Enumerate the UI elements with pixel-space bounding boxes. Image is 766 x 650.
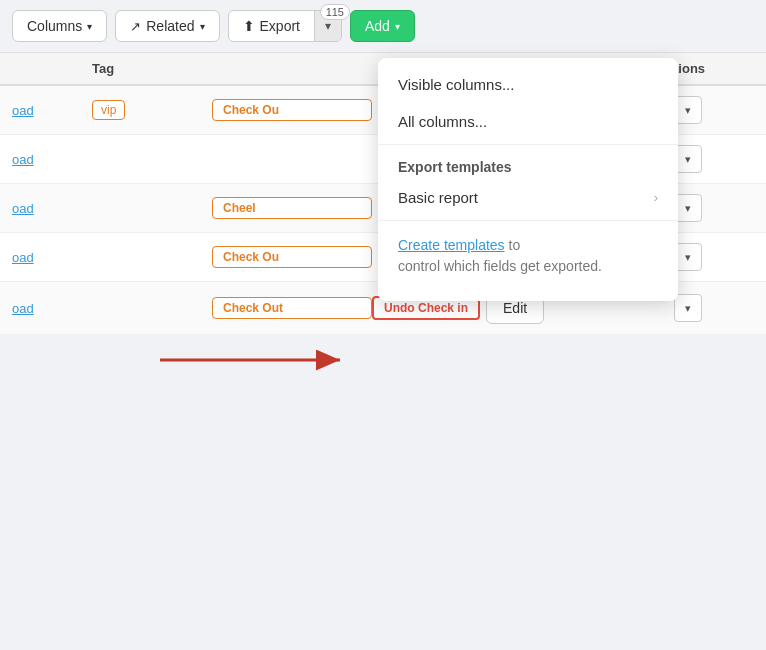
- export-label: Export: [260, 18, 300, 34]
- row4-link[interactable]: oad: [12, 250, 92, 265]
- basic-report-arrow-icon: ›: [654, 190, 658, 205]
- export-main-button[interactable]: ⬆ Export: [229, 11, 314, 41]
- visible-columns-item[interactable]: Visible columns...: [378, 66, 678, 103]
- col-header-1: [12, 61, 92, 76]
- row1-dropdown-arrow[interactable]: ▾: [674, 96, 702, 124]
- columns-label: Columns: [27, 18, 82, 34]
- row3-status[interactable]: Cheel: [212, 197, 372, 219]
- related-chevron-icon: ▾: [200, 21, 205, 32]
- row4-status[interactable]: Check Ou: [212, 246, 372, 268]
- row1-link[interactable]: oad: [12, 103, 92, 118]
- related-icon: ↗: [130, 19, 141, 34]
- row4-dropdown-arrow[interactable]: ▾: [674, 243, 702, 271]
- add-button[interactable]: Add ▾: [350, 10, 415, 42]
- create-templates-section: Create templates tocontrol which fields …: [378, 225, 678, 293]
- toolbar: Columns ▾ ↗ Related ▾ ⬆ Export ▾ 115 Add…: [0, 0, 766, 53]
- basic-report-item[interactable]: Basic report ›: [378, 179, 678, 216]
- row1-tag: vip: [92, 100, 212, 120]
- row2-link[interactable]: oad: [12, 152, 92, 167]
- row1-status[interactable]: Check Ou: [212, 99, 372, 121]
- basic-report-label: Basic report: [398, 189, 478, 206]
- all-columns-item[interactable]: All columns...: [378, 103, 678, 140]
- export-dropdown-menu: Visible columns... All columns... Export…: [378, 58, 678, 301]
- export-icon: ⬆: [243, 18, 255, 34]
- row5-dropdown-arrow[interactable]: ▾: [674, 294, 702, 322]
- row5-link[interactable]: oad: [12, 301, 92, 316]
- row3-link[interactable]: oad: [12, 201, 92, 216]
- related-label: Related: [146, 18, 194, 34]
- export-badge: 115: [320, 4, 350, 20]
- create-templates-link[interactable]: Create templates: [398, 237, 505, 253]
- vip-badge: vip: [92, 100, 125, 120]
- col-header-actions: tions: [674, 61, 754, 76]
- visible-columns-label: Visible columns...: [398, 76, 514, 93]
- add-label: Add: [365, 18, 390, 34]
- row3-dropdown-arrow[interactable]: ▾: [674, 194, 702, 222]
- columns-chevron-icon: ▾: [87, 21, 92, 32]
- related-button[interactable]: ↗ Related ▾: [115, 10, 219, 42]
- divider: [378, 144, 678, 145]
- add-chevron-icon: ▾: [395, 21, 400, 32]
- export-templates-title: Export templates: [378, 149, 678, 179]
- red-arrow-indicator: [155, 345, 355, 379]
- export-arrow-icon: ▾: [325, 19, 331, 33]
- col-header-tag: Tag: [92, 61, 212, 76]
- col-header-3: [212, 61, 372, 76]
- divider2: [378, 220, 678, 221]
- row5-checkout[interactable]: Check Out: [212, 297, 372, 319]
- row2-dropdown-arrow[interactable]: ▾: [674, 145, 702, 173]
- columns-button[interactable]: Columns ▾: [12, 10, 107, 42]
- export-wrap: ⬆ Export ▾ 115: [228, 10, 342, 42]
- all-columns-label: All columns...: [398, 113, 487, 130]
